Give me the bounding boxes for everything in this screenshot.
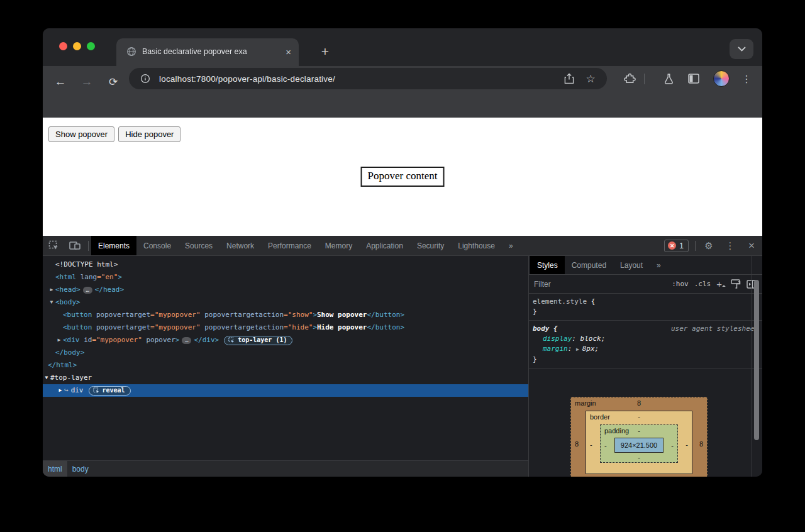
inspect-badge-icon bbox=[228, 337, 235, 343]
devtools-panel: Elements Console Sources Network Perform… bbox=[43, 236, 762, 477]
popover-content: Popover content bbox=[361, 167, 445, 187]
toolbar-divider bbox=[88, 241, 89, 251]
tab-security[interactable]: Security bbox=[410, 236, 451, 255]
error-icon: ✕ bbox=[668, 241, 676, 250]
maximize-window-button[interactable] bbox=[87, 42, 95, 50]
tab-application[interactable]: Application bbox=[359, 236, 410, 255]
side-panel-icon[interactable] bbox=[683, 68, 704, 89]
show-popover-button[interactable]: Show popover bbox=[48, 126, 114, 142]
tree-row-body-close[interactable]: </body> bbox=[43, 346, 528, 359]
tree-row-html[interactable]: <html lang="en"> bbox=[43, 271, 528, 284]
close-window-button[interactable] bbox=[59, 42, 67, 50]
reveal-badge[interactable]: reveal bbox=[89, 386, 131, 396]
avatar[interactable] bbox=[711, 68, 732, 89]
breadcrumb-body[interactable]: body bbox=[67, 461, 94, 477]
tab-layout[interactable]: Layout bbox=[613, 256, 650, 274]
devtools-close-icon[interactable]: × bbox=[741, 236, 762, 255]
reload-button[interactable]: ⟳ bbox=[103, 72, 123, 92]
forward-button[interactable]: → bbox=[77, 72, 97, 92]
expand-arrow-icon[interactable]: ▶ bbox=[48, 284, 55, 296]
inspect-element-icon[interactable] bbox=[43, 236, 64, 255]
style-rules: element.style { } body {user agent style… bbox=[529, 294, 762, 369]
web-page: Show popover Hide popover Popover conten… bbox=[43, 118, 762, 236]
share-icon[interactable] bbox=[562, 71, 577, 86]
tree-row-html-close[interactable]: </html> bbox=[43, 359, 528, 372]
tree-row-div-mypopover[interactable]: ▶<div id="mypopover" popover>…</div>top-… bbox=[43, 334, 528, 346]
back-button[interactable]: ← bbox=[50, 72, 70, 92]
breadcrumb: html body bbox=[43, 460, 528, 477]
collapse-arrow-icon[interactable]: ▼ bbox=[43, 372, 50, 384]
stylesheet-origin: user agent stylesheet bbox=[671, 324, 758, 334]
tab-close-icon[interactable]: × bbox=[286, 47, 291, 57]
sidebar-tabs: Styles Computed Layout » bbox=[529, 256, 762, 275]
tree-row-button-show[interactable]: <button popovertarget="mypopover" popove… bbox=[43, 309, 528, 321]
tree-row-top-layer-div[interactable]: ▶↪divreveal bbox=[43, 384, 528, 397]
expand-arrow-icon[interactable]: ▶ bbox=[57, 384, 64, 397]
bookmark-star-icon[interactable]: ☆ bbox=[583, 71, 598, 86]
new-tab-button[interactable]: + bbox=[314, 41, 336, 62]
tab-strip: Basic declarative popover exa × + bbox=[43, 28, 762, 66]
rendering-emulation-icon[interactable] bbox=[731, 279, 741, 289]
expand-arrow-icon[interactable]: ▶ bbox=[576, 346, 582, 352]
url-text[interactable]: localhost:7800/popover-api/basic-declara… bbox=[159, 74, 555, 84]
globe-icon bbox=[126, 47, 136, 57]
extensions-icon[interactable] bbox=[619, 68, 640, 89]
settings-gear-icon[interactable]: ⚙ bbox=[698, 236, 719, 255]
css-property-display[interactable]: display: block; bbox=[533, 334, 758, 344]
tab-search-chevron-button[interactable] bbox=[730, 39, 753, 59]
devtools-main: <!DOCTYPE html> <html lang="en"> ▶<head>… bbox=[43, 256, 762, 477]
chevron-down-icon bbox=[738, 47, 746, 52]
box-model-padding: padding - - - - 924×21.500 bbox=[600, 424, 678, 463]
new-style-rule-button[interactable]: + bbox=[716, 279, 725, 289]
breadcrumb-html[interactable]: html bbox=[43, 461, 67, 477]
devtools-menu-icon[interactable]: ⋮ bbox=[719, 236, 741, 255]
traffic-lights bbox=[59, 42, 95, 50]
box-model-margin: margin 8 8 8 border - - - padding - bbox=[570, 397, 708, 477]
box-model-border: border - - - padding - - - - 924×21.500 bbox=[586, 411, 692, 474]
tab-lighthouse[interactable]: Lighthouse bbox=[451, 236, 502, 255]
error-badge[interactable]: ✕ 1 bbox=[664, 240, 689, 252]
top-layer-badge[interactable]: top-layer (1) bbox=[224, 336, 292, 345]
tab-performance[interactable]: Performance bbox=[261, 236, 318, 255]
hide-popover-button[interactable]: Hide popover bbox=[118, 126, 180, 142]
tree-row-button-hide[interactable]: <button popovertarget="mypopover" popove… bbox=[43, 321, 528, 334]
tab-console[interactable]: Console bbox=[136, 236, 178, 255]
browser-menu-icon[interactable]: ⋮ bbox=[736, 68, 757, 89]
tree-row-head[interactable]: ▶<head>…</head> bbox=[43, 284, 528, 296]
tab-computed[interactable]: Computed bbox=[565, 256, 613, 274]
styles-pane: Styles Computed Layout » :hov .cls + ele… bbox=[528, 256, 762, 477]
expand-arrow-icon[interactable]: ▶ bbox=[55, 334, 63, 346]
tab-elements[interactable]: Elements bbox=[91, 236, 136, 255]
rule-body[interactable]: body {user agent stylesheet display: blo… bbox=[529, 321, 762, 369]
collapse-arrow-icon[interactable]: ▼ bbox=[48, 296, 55, 309]
ellipsis-button[interactable]: … bbox=[182, 337, 191, 344]
tab-styles[interactable]: Styles bbox=[530, 256, 565, 274]
tree-row-doctype[interactable]: <!DOCTYPE html> bbox=[43, 258, 528, 271]
element-classes-button[interactable]: .cls bbox=[694, 280, 711, 288]
info-icon[interactable] bbox=[138, 71, 153, 86]
pseudo-state-button[interactable]: :hov bbox=[672, 280, 689, 288]
tab-memory[interactable]: Memory bbox=[318, 236, 359, 255]
ellipsis-button[interactable]: … bbox=[83, 287, 92, 294]
device-toolbar-icon[interactable] bbox=[64, 236, 86, 255]
tab-sources[interactable]: Sources bbox=[178, 236, 219, 255]
flask-icon[interactable] bbox=[658, 68, 679, 89]
tab-network[interactable]: Network bbox=[219, 236, 261, 255]
more-sidebar-tabs-icon[interactable]: » bbox=[650, 256, 667, 274]
styles-filter-bar: :hov .cls + bbox=[529, 275, 762, 294]
minimize-window-button[interactable] bbox=[73, 42, 81, 50]
css-property-margin[interactable]: margin: ▶ 8px; bbox=[533, 344, 758, 355]
browser-tab[interactable]: Basic declarative popover exa × bbox=[116, 38, 299, 66]
dom-tree: <!DOCTYPE html> <html lang="en"> ▶<head>… bbox=[43, 256, 528, 460]
devtools-toolbar: Elements Console Sources Network Perform… bbox=[43, 236, 762, 256]
scrollbar-track bbox=[752, 256, 752, 477]
box-model-diagram[interactable]: margin 8 8 8 border - - - padding - bbox=[570, 397, 708, 477]
return-arrow-icon: ↪ bbox=[64, 384, 69, 397]
address-bar[interactable]: localhost:7800/popover-api/basic-declara… bbox=[129, 68, 607, 89]
rule-element-style[interactable]: element.style { } bbox=[529, 294, 762, 321]
scrollbar-thumb[interactable] bbox=[754, 280, 759, 440]
filter-input[interactable] bbox=[534, 280, 666, 289]
tree-row-body[interactable]: ▼<body> bbox=[43, 296, 528, 309]
more-tabs-icon[interactable]: » bbox=[502, 236, 519, 255]
tree-row-top-layer[interactable]: ▼#top-layer bbox=[43, 372, 528, 384]
